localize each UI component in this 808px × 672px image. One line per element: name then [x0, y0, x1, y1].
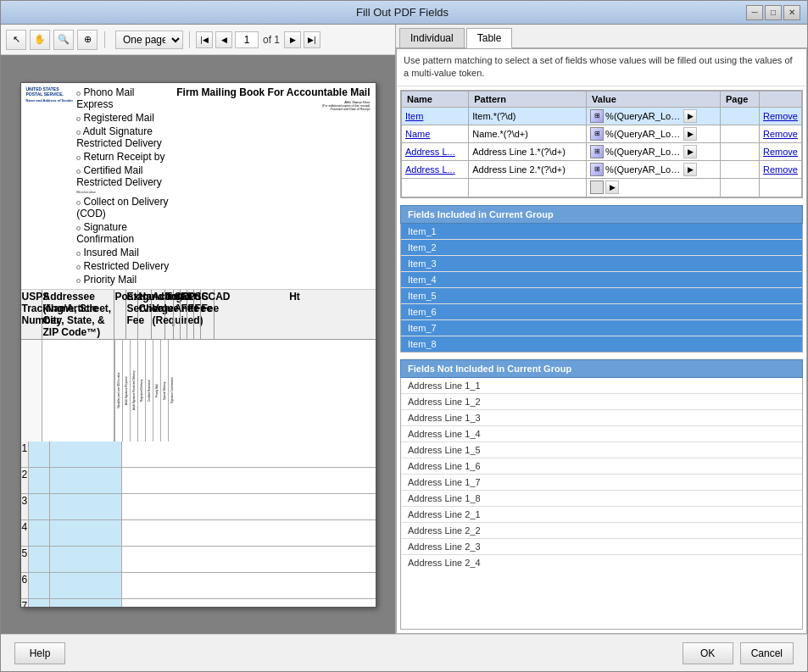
arrow-btn[interactable]: ▶	[683, 145, 697, 158]
window-title: Fill Out PDF Fields	[59, 6, 746, 19]
info-text: Use pattern matching to select a set of …	[397, 49, 806, 86]
right-panel: Individual Table Use pattern matching to…	[396, 25, 807, 634]
included-field-item[interactable]: Item_3	[401, 256, 802, 272]
not-included-list[interactable]: Address Line 1_1Address Line 1_2Address …	[400, 378, 803, 630]
bottom-bar: Help OK Cancel	[1, 634, 807, 671]
view-dropdown[interactable]: One page	[115, 31, 183, 49]
arrow-btn-empty[interactable]: ▶	[605, 180, 619, 194]
zoom-select-button[interactable]: ⊕	[77, 30, 98, 50]
table-row-name[interactable]: Address L...	[402, 160, 469, 178]
pdf-viewer: UNITED STATES POSTAL SERVICE. Name and A…	[1, 55, 395, 634]
last-page-button[interactable]: ▶|	[304, 31, 320, 48]
arrow-btn[interactable]: ▶	[683, 109, 697, 123]
bottom-right: OK Cancel	[683, 642, 794, 664]
first-page-button[interactable]: |◀	[196, 31, 213, 48]
ok-button[interactable]: OK	[683, 642, 733, 664]
pattern-table-container: Name Pattern Value Page Item Item.*(?\d)	[400, 90, 803, 198]
col-header-page: Page	[721, 91, 760, 107]
col-header-action	[760, 91, 802, 107]
table-row-page	[721, 107, 760, 125]
table-row-pattern: Item.*(?\d)	[469, 107, 587, 125]
cursor-tool-button[interactable]: ↖	[6, 30, 26, 50]
table-row-name[interactable]: Item	[402, 107, 469, 125]
empty-row-page	[721, 178, 760, 197]
value-icon: ⊞	[590, 163, 604, 176]
value-text: %(QueryAR_LossC...	[605, 111, 682, 121]
title-bar: Fill Out PDF Fields ─ □ ✕	[1, 1, 807, 25]
table-row-page	[721, 125, 760, 142]
not-included-field-item[interactable]: Address Line 1_4	[401, 426, 802, 442]
prev-page-button[interactable]: ◀	[215, 31, 232, 48]
pan-tool-button[interactable]: ✋	[30, 30, 50, 50]
pdf-page: UNITED STATES POSTAL SERVICE. Name and A…	[20, 82, 376, 608]
table-row-value: ⊞ %(QueryAR_LossC... ▶	[587, 160, 721, 178]
page-number-input[interactable]	[235, 31, 259, 48]
empty-row-value: ▶	[587, 178, 721, 197]
table-row-remove[interactable]: Remove	[760, 125, 802, 142]
main-content: ↖ ✋ 🔍 ⊕ One page |◀ ◀ of 1 ▶ ▶|	[1, 25, 807, 634]
not-included-field-item[interactable]: Address Line 2_1	[401, 507, 802, 523]
table-row-page	[721, 142, 760, 160]
included-field-item[interactable]: Item_2	[401, 240, 802, 256]
next-page-button[interactable]: ▶	[284, 31, 301, 48]
not-included-field-item[interactable]: Address Line 2_2	[401, 523, 802, 539]
tab-individual[interactable]: Individual	[399, 28, 465, 47]
not-included-header: Fields Not Included in Current Group	[400, 359, 803, 378]
not-included-field-item[interactable]: Address Line 2_4	[401, 555, 802, 570]
bottom-left: Help	[14, 642, 65, 664]
included-fields-list: Item_1Item_2Item_3Item_4Item_5Item_6Item…	[400, 224, 803, 353]
not-included-field-item[interactable]: Address Line 1_7	[401, 475, 802, 491]
arrow-btn[interactable]: ▶	[683, 127, 697, 141]
not-included-field-item[interactable]: Address Line 1_1	[401, 378, 802, 394]
table-row-page	[721, 160, 760, 178]
not-included-field-item[interactable]: Address Line 1_2	[401, 394, 802, 410]
included-fields-header: Fields Included in Current Group	[400, 205, 803, 224]
not-included-field-item[interactable]: Address Line 2_3	[401, 539, 802, 555]
tab-table[interactable]: Table	[466, 28, 513, 48]
table-row-pattern: Name.*(?\d+)	[469, 125, 587, 142]
table-row-name[interactable]: Name	[402, 125, 469, 142]
empty-row-action	[760, 178, 802, 197]
empty-row-name	[402, 178, 469, 197]
included-field-item[interactable]: Item_1	[401, 224, 802, 240]
arrow-btn[interactable]: ▶	[683, 163, 697, 176]
close-button[interactable]: ✕	[783, 5, 800, 20]
included-field-item[interactable]: Item_4	[401, 272, 802, 288]
main-window: Fill Out PDF Fields ─ □ ✕ ↖ ✋ 🔍 ⊕ One pa…	[0, 0, 808, 672]
tabs-bar: Individual Table	[396, 25, 807, 48]
included-field-item[interactable]: Item_7	[401, 320, 802, 336]
not-included-field-item[interactable]: Address Line 1_3	[401, 410, 802, 426]
pdf-panel: ↖ ✋ 🔍 ⊕ One page |◀ ◀ of 1 ▶ ▶|	[1, 25, 396, 634]
zoom-in-button[interactable]: 🔍	[53, 30, 74, 50]
cancel-button[interactable]: Cancel	[740, 642, 794, 664]
table-row-value: ⊞ %(QueryAR_LossC... ▶	[587, 142, 721, 160]
page-navigation: One page |◀ ◀ of 1 ▶ ▶|	[115, 31, 320, 49]
table-row-remove[interactable]: Remove	[760, 107, 802, 125]
not-included-field-item[interactable]: Address Line 1_6	[401, 458, 802, 475]
not-included-field-item[interactable]: Address Line 1_8	[401, 491, 802, 507]
value-text: %(QueryAR_LossC...	[605, 164, 682, 175]
included-field-item[interactable]: Item_6	[401, 304, 802, 320]
value-text: %(QueryAR_LossC...	[605, 147, 682, 157]
included-field-item[interactable]: Item_8	[401, 336, 802, 352]
pattern-table: Name Pattern Value Page Item Item.*(?\d)	[401, 91, 802, 197]
table-row-value: ⊞ %(QueryAR_LossC... ▶	[587, 107, 721, 125]
table-row-pattern: Address Line 1.*(?\d+)	[469, 142, 587, 160]
minimize-button[interactable]: ─	[746, 5, 763, 20]
not-included-field-item[interactable]: Address Line 1_5	[401, 442, 802, 458]
maximize-button[interactable]: □	[765, 5, 782, 20]
col-header-value: Value	[587, 91, 721, 107]
table-row-remove[interactable]: Remove	[760, 160, 802, 178]
tab-content: Use pattern matching to select a set of …	[396, 48, 807, 634]
value-text: %(QueryAR_LossC...	[605, 129, 682, 139]
help-button[interactable]: Help	[14, 642, 65, 664]
toolbar-separator	[104, 31, 105, 48]
pdf-logo: UNITED STATES POSTAL SERVICE. Name and A…	[26, 86, 74, 103]
value-icon: ⊞	[590, 109, 604, 123]
table-row-pattern: Address Line 2.*(?\d+)	[469, 160, 587, 178]
title-buttons: ─ □ ✕	[746, 5, 800, 20]
pdf-header: UNITED STATES POSTAL SERVICE. Name and A…	[21, 83, 376, 290]
included-field-item[interactable]: Item_5	[401, 288, 802, 304]
table-row-name[interactable]: Address L...	[402, 142, 469, 160]
table-row-remove[interactable]: Remove	[760, 142, 802, 160]
